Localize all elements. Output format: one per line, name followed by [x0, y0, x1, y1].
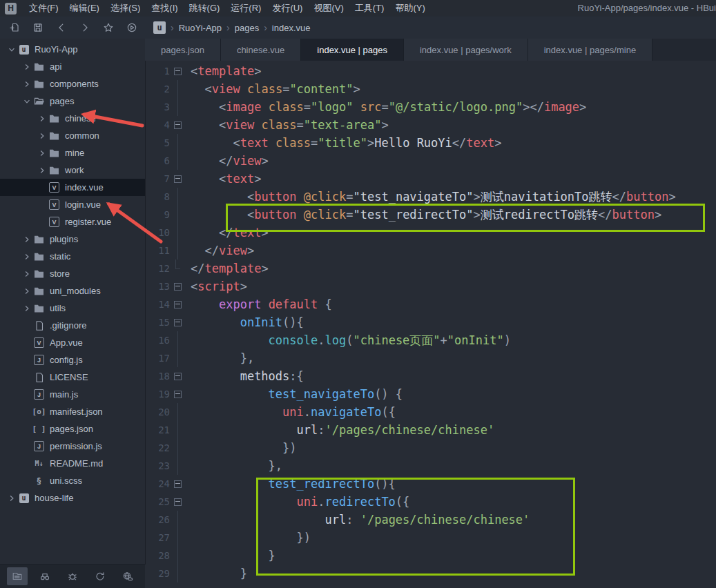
back-icon[interactable]	[52, 20, 70, 35]
code-line-8[interactable]: 8 <button @click="test_navigateTo">测试nav…	[145, 188, 716, 206]
tab-index.vue-pages[interactable]: index.vue | pages	[301, 39, 404, 61]
code-line-4[interactable]: 4 <view class="text-area">	[145, 116, 716, 134]
code-line-20[interactable]: 20 uni.navigateTo({	[145, 403, 716, 421]
chevron-right-icon[interactable]	[21, 81, 32, 88]
code-editor[interactable]: 1<template>2 <view class="content">3 <im…	[145, 61, 716, 588]
tree-item-common[interactable]: common	[0, 127, 145, 144]
menu-编辑E[interactable]: 编辑(E)	[64, 2, 105, 14]
search-panel-icon[interactable]	[35, 567, 55, 585]
code-line-10[interactable]: 10 </text>	[145, 224, 716, 242]
tab-chinese.vue[interactable]: chinese.vue	[221, 39, 301, 61]
breadcrumb-index.vue[interactable]: index.vue	[272, 23, 311, 33]
tree-item-config.js[interactable]: Jconfig.js	[0, 351, 145, 369]
fold-toggle-icon[interactable]	[170, 493, 185, 511]
chevron-right-icon[interactable]	[21, 236, 32, 243]
fold-toggle-icon[interactable]	[170, 295, 185, 313]
forward-icon[interactable]	[76, 20, 94, 35]
breadcrumb-pages[interactable]: pages	[235, 23, 259, 33]
save-icon[interactable]	[29, 20, 47, 35]
tree-item-uni_modules[interactable]: uni_modules	[0, 282, 145, 300]
tree-item-README.md[interactable]: M↓README.md	[0, 455, 145, 472]
menu-跳转G[interactable]: 跳转(G)	[184, 2, 226, 14]
chevron-right-icon[interactable]	[21, 288, 32, 295]
star-icon[interactable]	[99, 20, 117, 35]
tree-item-components[interactable]: components	[0, 75, 145, 92]
code-line-18[interactable]: 18 methods:{	[145, 367, 716, 385]
fold-toggle-icon[interactable]	[170, 313, 185, 331]
tree-item-index.vue[interactable]: Vindex.vue	[0, 179, 145, 196]
code-line-19[interactable]: 19 test_navigateTo() {	[145, 385, 716, 403]
chevron-right-icon[interactable]	[21, 253, 32, 260]
code-line-6[interactable]: 6 </view>	[145, 152, 716, 170]
code-line-22[interactable]: 22 })	[145, 439, 716, 457]
breadcrumb-RuoYi-App[interactable]: RuoYi-App	[179, 23, 222, 33]
tree-item-api[interactable]: api	[0, 58, 145, 75]
chevron-right-icon[interactable]	[36, 150, 48, 157]
tree-item-main.js[interactable]: Jmain.js	[0, 386, 145, 403]
chevron-right-icon[interactable]	[21, 305, 32, 312]
tree-item-permission.js[interactable]: Jpermission.js	[0, 438, 145, 455]
files-panel-icon[interactable]	[7, 567, 28, 585]
fold-toggle-icon[interactable]	[170, 385, 185, 403]
code-line-29[interactable]: 29 }	[145, 565, 716, 582]
debug-panel-icon[interactable]	[62, 567, 83, 585]
tree-item-uni.scss[interactable]: §uni.scss	[0, 472, 145, 489]
menu-文件F[interactable]: 文件(F)	[23, 2, 64, 14]
tree-item-plugins[interactable]: plugins	[0, 231, 145, 248]
chevron-down-icon[interactable]	[6, 46, 17, 53]
tree-item-static[interactable]: static	[0, 248, 145, 265]
tree-item-mine[interactable]: mine	[0, 144, 145, 161]
tree-item-.gitignore[interactable]: .gitignore	[0, 317, 145, 334]
tab-index.vue-pages-work[interactable]: index.vue | pages/work	[404, 39, 528, 61]
menu-帮助Y[interactable]: 帮助(Y)	[389, 2, 430, 14]
fold-toggle-icon[interactable]	[170, 170, 185, 188]
chevron-right-icon[interactable]	[21, 63, 32, 70]
sync-panel-icon[interactable]	[90, 567, 110, 585]
tree-item-pages[interactable]: pages	[0, 92, 145, 110]
menu-工具T[interactable]: 工具(T)	[349, 2, 390, 14]
tree-item-App.vue[interactable]: VApp.vue	[0, 334, 145, 351]
code-line-24[interactable]: 24 test_redirectTo(){	[145, 475, 716, 493]
tab-pages.json[interactable]: pages.json	[145, 39, 221, 61]
menu-选择S[interactable]: 选择(S)	[105, 2, 146, 14]
chevron-right-icon[interactable]	[21, 271, 32, 277]
tree-item-chinese[interactable]: chinese	[0, 110, 145, 127]
tree-item-utils[interactable]: utils	[0, 300, 145, 317]
code-line-12[interactable]: 12</template>	[145, 259, 716, 277]
tree-item-RuoYi-App[interactable]: uRuoYi-App	[0, 41, 145, 58]
chevron-right-icon[interactable]	[6, 495, 17, 502]
code-line-1[interactable]: 1<template>	[145, 62, 716, 80]
fold-toggle-icon[interactable]	[170, 62, 185, 80]
menu-视图V[interactable]: 视图(V)	[308, 2, 349, 14]
new-file-icon[interactable]	[6, 20, 23, 35]
tree-item-manifest.json[interactable]: [o]manifest.json	[0, 403, 145, 420]
chevron-right-icon[interactable]	[36, 133, 48, 139]
fold-toggle-icon[interactable]	[170, 367, 185, 385]
code-line-17[interactable]: 17 },	[145, 349, 716, 367]
fold-toggle-icon[interactable]	[170, 116, 185, 134]
tree-item-store[interactable]: store	[0, 265, 145, 282]
menu-运行R[interactable]: 运行(R)	[225, 2, 267, 14]
tree-item-register.vue[interactable]: Vregister.vue	[0, 213, 145, 231]
code-line-25[interactable]: 25 uni.redirectTo({	[145, 493, 716, 511]
menu-发行U[interactable]: 发行(U)	[267, 2, 308, 14]
chevron-right-icon[interactable]	[36, 115, 48, 122]
code-line-15[interactable]: 15 onInit(){	[145, 313, 716, 331]
code-line-9[interactable]: 9 <button @click="test_redirectTo">测试red…	[145, 206, 716, 224]
code-line-7[interactable]: 7 <text>	[145, 170, 716, 188]
run-icon[interactable]	[123, 20, 141, 35]
code-line-27[interactable]: 27 })	[145, 529, 716, 547]
code-line-16[interactable]: 16 console.log("chinese页面"+"onInit")	[145, 331, 716, 349]
tree-item-house-life[interactable]: uhouse-life	[0, 489, 145, 507]
tree-item-LICENSE[interactable]: LICENSE	[0, 369, 145, 386]
code-line-11[interactable]: 11 </view>	[145, 242, 716, 259]
fold-toggle-icon[interactable]	[170, 475, 185, 493]
tree-item-login.vue[interactable]: Vlogin.vue	[0, 196, 145, 213]
tree-item-work[interactable]: work	[0, 161, 145, 179]
tree-item-pages.json[interactable]: [ ]pages.json	[0, 420, 145, 438]
code-line-2[interactable]: 2 <view class="content">	[145, 80, 716, 98]
code-line-3[interactable]: 3 <image class="logo" src="@/static/logo…	[145, 98, 716, 116]
chevron-right-icon[interactable]	[36, 167, 48, 174]
code-line-23[interactable]: 23 },	[145, 457, 716, 475]
web-panel-icon[interactable]	[117, 567, 138, 585]
